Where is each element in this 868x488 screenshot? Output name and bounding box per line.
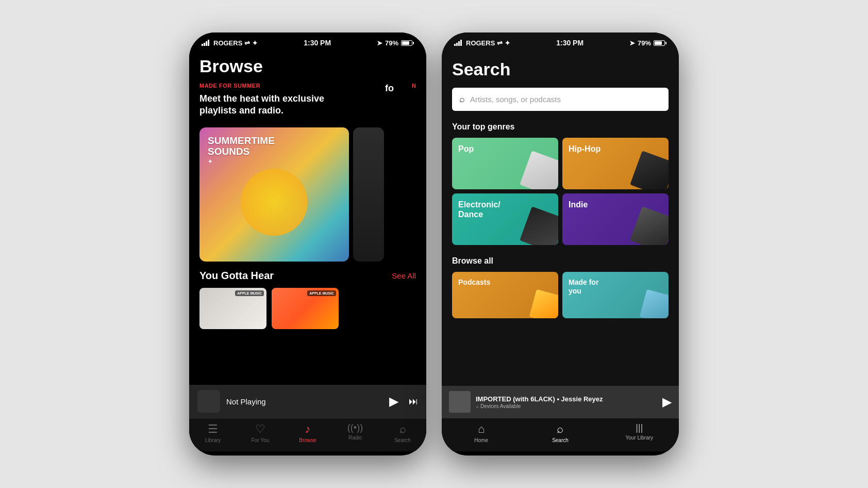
genre-electronic-label: Electronic/Dance	[458, 200, 500, 219]
apple-music-badge-2: APPLE MUSIC	[307, 290, 336, 296]
tab-home[interactable]: ⌂ Home	[442, 422, 521, 443]
signal-bars-2	[454, 40, 462, 46]
sp-track-name: IMPORTED (with 6LACK) • Jessie Reyez	[476, 395, 657, 403]
genre-electronic[interactable]: Electronic/Dance	[452, 193, 558, 245]
promo-description: Meet the heat with exclusive playlists a…	[199, 93, 351, 117]
browse-all-grid: Podcasts Made foryou	[452, 272, 669, 318]
carrier-2: ROGERS	[466, 39, 495, 47]
tab-bar-apple-music: ☰ Library ♡ For You ♪ Browse ((•)) Radio…	[189, 418, 426, 451]
carrier-1: ROGERS	[213, 39, 242, 47]
promo-description-right: fo	[385, 83, 416, 94]
battery-percent-2: 79%	[638, 39, 651, 47]
genre-indie-label: Indie	[569, 200, 588, 209]
skip-button[interactable]: ⏭	[409, 396, 418, 407]
location-icon-1: ➤	[377, 39, 382, 47]
wifi-icon-1: ⇌	[244, 39, 250, 47]
status-bar-2: ROGERS ⇌ ✦ 1:30 PM ➤ 79%	[442, 32, 679, 51]
browse-made-for-you[interactable]: Made foryou	[562, 272, 669, 318]
banner-area: SUMMERTIMESOUNDS ✦	[199, 127, 416, 262]
genre-hiphop-art	[630, 151, 669, 189]
spotify-content: Search ⌕ Artists, songs, or podcasts You…	[442, 51, 679, 451]
tab-search-label: Search	[394, 437, 411, 443]
tab-browse-label: Browse	[299, 437, 316, 443]
album-card-2[interactable]: APPLE MUSIC	[272, 288, 339, 329]
time-1: 1:30 PM	[304, 39, 331, 47]
home-icon: ⌂	[478, 422, 485, 436]
signal-bars-1	[202, 40, 209, 46]
play-button[interactable]: ▶	[389, 394, 398, 409]
tab-radio-label: Radio	[348, 435, 362, 441]
album-card-1[interactable]: APPLE MUSIC	[199, 288, 266, 329]
tab-your-library-label: Your Library	[626, 435, 654, 441]
section-title: You Gotta Hear	[199, 270, 274, 282]
phone-apple-music: ROGERS ⇌ ✦ 1:30 PM ➤ 79% Browse	[189, 32, 426, 456]
promo-container: MADE FOR SUMMER N Meet the heat with exc…	[199, 83, 416, 124]
see-all-link[interactable]: See All	[392, 271, 416, 280]
sp-play-button[interactable]: ▶	[662, 395, 672, 409]
tab-for-you[interactable]: ♡ For You	[237, 422, 284, 443]
apple-music-badge-1: APPLE MUSIC	[235, 290, 264, 296]
tab-radio[interactable]: ((•)) Radio	[331, 422, 379, 443]
genre-indie[interactable]: Indie	[562, 193, 669, 245]
tab-library[interactable]: ☰ Library	[189, 422, 237, 443]
battery-1	[401, 40, 414, 46]
sp-thumbnail	[449, 391, 471, 413]
music-note-icon: ♪	[305, 422, 311, 436]
genre-pop-art	[520, 151, 558, 189]
genres-grid: Pop Hip-Hop Electronic/Dance Indie	[452, 138, 669, 245]
tab-home-label: Home	[474, 437, 488, 443]
battery-2	[654, 40, 666, 46]
genre-indie-art	[630, 206, 669, 245]
browse-podcasts[interactable]: Podcasts	[452, 272, 558, 318]
genre-hiphop[interactable]: Hip-Hop	[562, 138, 669, 189]
status-bar-1: ROGERS ⇌ ✦ 1:30 PM ➤ 79%	[189, 32, 426, 51]
phone-spotify: ROGERS ⇌ ✦ 1:30 PM ➤ 79% Search	[442, 32, 679, 456]
made-for-you-label: Made foryou	[569, 278, 598, 296]
banner-side-artwork	[353, 127, 384, 262]
apple-music-content: Browse MADE FOR SUMMER N Meet the heat w…	[189, 51, 426, 451]
status-left-1: ROGERS ⇌ ✦	[202, 39, 258, 47]
now-playing-bar[interactable]: Not Playing ▶ ⏭	[189, 385, 426, 418]
browse-main: Browse MADE FOR SUMMER N Meet the heat w…	[189, 51, 426, 385]
sp-device-status: ⬦ Devices Available	[476, 403, 657, 409]
radio-icon: ((•))	[347, 422, 363, 433]
browse-all-title: Browse all	[452, 256, 669, 266]
genre-pop-label: Pop	[458, 144, 474, 154]
sun-graphic	[241, 169, 308, 236]
search-page-title: Search	[452, 59, 669, 79]
genres-title: Your top genres	[452, 122, 669, 132]
sp-device-label: Devices Available	[480, 403, 521, 409]
tab-your-library[interactable]: ||| Your Library	[600, 422, 679, 443]
tab-browse[interactable]: ♪ Browse	[284, 422, 331, 443]
banner-title: SUMMERTIMESOUNDS	[208, 136, 275, 157]
promo-label-row: MADE FOR SUMMER N	[199, 83, 416, 91]
battery-percent-1: 79%	[385, 39, 398, 47]
search-icon-tab: ⌕	[557, 422, 563, 436]
podcasts-art	[529, 289, 558, 318]
banner-side-card[interactable]	[353, 127, 384, 262]
genre-hiphop-label: Hip-Hop	[569, 144, 600, 154]
tab-search-spotify-label: Search	[552, 437, 569, 443]
tab-bar-spotify: ⌂ Home ⌕ Search ||| Your Library	[442, 418, 679, 451]
search-icon: ⌕	[399, 422, 406, 436]
now-playing-title: Not Playing	[226, 397, 383, 406]
promo-label: MADE FOR SUMMER	[199, 83, 260, 89]
genre-pop[interactable]: Pop	[452, 138, 558, 189]
tab-search-spotify[interactable]: ⌕ Search	[521, 422, 599, 443]
signal-icon-1: ✦	[252, 39, 258, 47]
status-right-1: ➤ 79%	[377, 39, 414, 47]
status-right-2: ➤ 79%	[629, 39, 666, 47]
summertime-banner[interactable]: SUMMERTIMESOUNDS ✦	[199, 127, 349, 262]
banner-artwork: SUMMERTIMESOUNDS ✦	[199, 127, 349, 262]
library-icon-spotify: |||	[636, 422, 643, 433]
library-icon: ☰	[208, 422, 218, 436]
now-playing-controls: ▶ ⏭	[389, 394, 418, 409]
wifi-icon-2: ⇌	[497, 39, 503, 47]
search-icon-input: ⌕	[459, 94, 465, 105]
spotify-mini-player[interactable]: IMPORTED (with 6LACK) • Jessie Reyez ⬦ D…	[442, 386, 679, 418]
album-row: APPLE MUSIC APPLE MUSIC	[199, 288, 416, 329]
search-placeholder: Artists, songs, or podcasts	[470, 95, 561, 104]
search-input-wrap[interactable]: ⌕ Artists, songs, or podcasts	[452, 88, 669, 111]
banner-icon: ✦	[208, 158, 212, 165]
tab-search[interactable]: ⌕ Search	[379, 422, 426, 443]
